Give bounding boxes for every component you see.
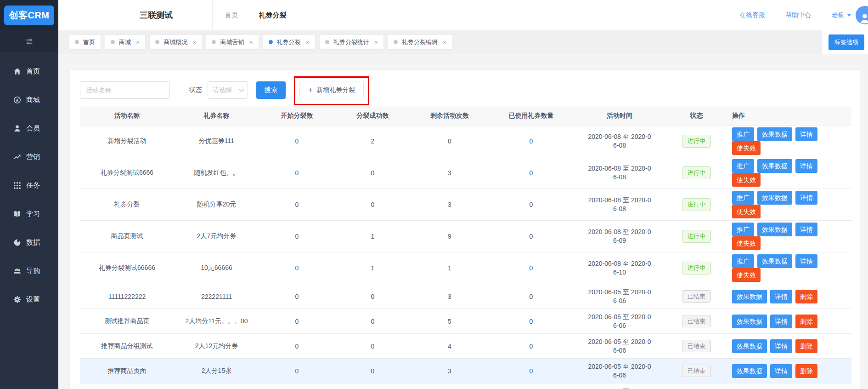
- header-right: 在线客服 帮助中心 老板: [739, 0, 868, 30]
- action-button-详情[interactable]: 详情: [795, 223, 817, 236]
- action-button-效果数据[interactable]: 效果数据: [732, 339, 767, 353]
- user-icon: [859, 12, 868, 24]
- action-button-删除[interactable]: 删除: [795, 315, 817, 328]
- split-success-count: 1: [335, 252, 411, 284]
- activity-name: 测试推荐商品页: [80, 309, 174, 334]
- status-cell: 已结束: [665, 383, 727, 389]
- table-row: 礼券有效期2人3元均分券01112020-06-05 至 2020-06-06已…: [80, 383, 851, 389]
- tab-options-panel: 标签选项: [822, 30, 868, 54]
- action-button-详情[interactable]: 详情: [795, 127, 817, 141]
- action-button-删除[interactable]: 删除: [795, 364, 817, 378]
- close-icon[interactable]: ×: [249, 39, 253, 46]
- used-coupon-count: 0: [489, 334, 574, 359]
- action-button-效果数据[interactable]: 效果数据: [757, 127, 792, 141]
- column-header: 礼券名称: [174, 106, 259, 126]
- tab-dot-icon: [111, 40, 115, 44]
- action-button-详情[interactable]: 详情: [795, 191, 817, 205]
- close-icon[interactable]: ×: [136, 39, 140, 46]
- action-button-推广[interactable]: 推广: [732, 159, 754, 173]
- close-icon[interactable]: ×: [443, 39, 446, 46]
- action-button-推广[interactable]: 推广: [732, 127, 754, 141]
- tab-label: 商城概况: [163, 38, 187, 46]
- online-service-link[interactable]: 在线客服: [739, 11, 765, 19]
- coupon-name: 分优惠券111: [174, 126, 259, 157]
- action-button-使失效[interactable]: 使失效: [732, 236, 761, 250]
- table-row: 测试推荐商品页2人均分11元。。。0000502020-06-05 至 2020…: [80, 309, 851, 334]
- action-button-使失效[interactable]: 使失效: [732, 268, 761, 282]
- action-button-详情[interactable]: 详情: [770, 339, 792, 353]
- tab-7[interactable]: 礼券分裂编辑×: [388, 34, 452, 50]
- action-button-推广[interactable]: 推广: [732, 254, 754, 268]
- close-icon[interactable]: ×: [306, 39, 310, 46]
- action-button-效果数据[interactable]: 效果数据: [732, 315, 767, 328]
- search-button[interactable]: 搜索: [256, 81, 286, 99]
- action-button-效果数据[interactable]: 效果数据: [732, 364, 767, 378]
- breadcrumb: 首页 礼券分裂: [225, 0, 286, 30]
- tab-4[interactable]: 商城营销×: [206, 34, 259, 50]
- action-button-效果数据[interactable]: 效果数据: [757, 191, 792, 205]
- breadcrumb-home[interactable]: 首页: [225, 11, 238, 19]
- activity-time: 2020-06-05 至 2020-06-06: [574, 309, 665, 334]
- tab-2[interactable]: 商城×: [105, 34, 146, 50]
- sidebar-item-label: 设置: [26, 295, 40, 304]
- table-row: 礼券分裂随机分享20元00302020-06-08 至 2020-06-08进行…: [80, 189, 851, 221]
- used-coupon-count: 0: [489, 284, 574, 309]
- column-header: 分裂成功数: [335, 106, 411, 126]
- user-dropdown[interactable]: 老板: [831, 11, 851, 19]
- tab-3[interactable]: 商城概况×: [149, 34, 202, 50]
- sidebar-item-member[interactable]: 会员: [0, 114, 58, 143]
- action-button-详情[interactable]: 详情: [770, 315, 792, 328]
- sidebar-collapse-button[interactable]: [0, 30, 58, 52]
- tab-label: 礼券分裂: [277, 38, 301, 46]
- action-button-使失效[interactable]: 使失效: [732, 173, 761, 187]
- action-button-使失效[interactable]: 使失效: [732, 141, 761, 155]
- row-actions: 效果数据详情删除: [727, 334, 851, 359]
- tab-dot-icon: [212, 40, 216, 44]
- coupon-name: 2人均分11元。。。00: [174, 309, 259, 334]
- sidebar-item-marketing[interactable]: 营销: [0, 143, 58, 171]
- activity-name-input[interactable]: [80, 81, 170, 99]
- action-button-删除[interactable]: 删除: [795, 339, 817, 353]
- tab-6[interactable]: 礼券分裂统计×: [319, 34, 384, 50]
- sidebar-item-label: 导购: [26, 267, 40, 275]
- tab-dot-icon: [75, 40, 79, 44]
- action-button-效果数据[interactable]: 效果数据: [757, 254, 792, 268]
- action-button-详情[interactable]: 详情: [770, 364, 792, 378]
- add-coupon-split-button[interactable]: + 新增礼券分裂: [299, 81, 364, 99]
- sidebar-item-data[interactable]: 数据: [0, 228, 58, 257]
- action-button-详情[interactable]: 详情: [795, 159, 817, 173]
- coupon-name: 222221111: [174, 284, 259, 309]
- sidebar-item-label: 首页: [26, 67, 40, 76]
- action-button-详情[interactable]: 详情: [770, 290, 792, 303]
- brand-logo[interactable]: 创客CRM: [4, 6, 54, 25]
- action-button-删除[interactable]: 删除: [795, 290, 817, 303]
- close-icon[interactable]: ×: [374, 39, 378, 46]
- status-select[interactable]: 请选择: [208, 81, 248, 99]
- avatar[interactable]: [856, 6, 868, 24]
- sidebar-item-home[interactable]: 首页: [0, 57, 58, 86]
- coupon-name: 10元66666: [174, 252, 259, 284]
- action-button-效果数据[interactable]: 效果数据: [732, 290, 767, 303]
- sidebar-item-settings[interactable]: 设置: [0, 285, 58, 314]
- help-center-link[interactable]: 帮助中心: [785, 11, 811, 19]
- split-success-count: 2: [335, 126, 411, 157]
- sidebar-item-guide[interactable]: 导购: [0, 257, 58, 285]
- action-button-效果数据[interactable]: 效果数据: [757, 223, 792, 236]
- sidebar-item-mall[interactable]: 商城: [0, 86, 58, 114]
- sidebar-item-study[interactable]: 学习: [0, 200, 58, 228]
- action-button-使失效[interactable]: 使失效: [732, 205, 761, 218]
- activity-name: 推荐商品页面: [80, 359, 174, 383]
- action-button-推广[interactable]: 推广: [732, 191, 754, 205]
- close-icon[interactable]: ×: [192, 39, 196, 46]
- tab-options-button[interactable]: 标签选项: [829, 34, 864, 50]
- tab-1[interactable]: 首页: [69, 34, 101, 50]
- action-button-效果数据[interactable]: 效果数据: [757, 159, 792, 173]
- coupon-name: 随机分享20元: [174, 189, 259, 221]
- sidebar-item-task[interactable]: 任务: [0, 171, 58, 200]
- row-actions: 效果数据详情删除: [727, 284, 851, 309]
- action-button-详情[interactable]: 详情: [795, 254, 817, 268]
- action-button-推广[interactable]: 推广: [732, 223, 754, 236]
- table-row: 推荐商品分组测试2人12元均分券00402020-06-05 至 2020-06…: [80, 334, 851, 359]
- tab-5[interactable]: 礼券分裂×: [263, 34, 316, 50]
- used-coupon-count: 0: [489, 359, 574, 383]
